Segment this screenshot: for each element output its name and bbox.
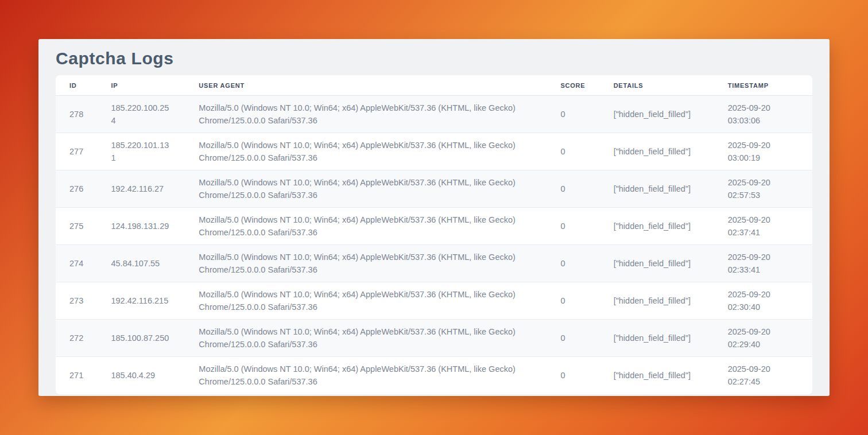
cell-ip: 185.40.4.29	[97, 357, 185, 394]
cell-user-agent: Mozilla/5.0 (Windows NT 10.0; Win64; x64…	[185, 245, 547, 282]
page-background: Captcha Logs ID IP USER AGENT SCORE DETA…	[0, 0, 868, 435]
cell-timestamp: 2025-09-20 02:57:53	[714, 170, 812, 208]
column-header-ip: IP	[97, 75, 185, 96]
cell-id: 277	[56, 133, 97, 170]
page-title: Captcha Logs	[56, 39, 812, 69]
cell-id: 272	[56, 320, 97, 357]
cell-timestamp: 2025-09-20 03:00:19	[714, 133, 812, 170]
cell-score: 0	[547, 133, 599, 170]
cell-user-agent: Mozilla/5.0 (Windows NT 10.0; Win64; x64…	[185, 170, 547, 208]
column-header-details: DETAILS	[600, 75, 714, 96]
captcha-logs-card: Captcha Logs ID IP USER AGENT SCORE DETA…	[38, 39, 830, 396]
table-row: 273 192.42.116.215 Mozilla/5.0 (Windows …	[56, 282, 812, 320]
table-body: 278 185.220.100.254 Mozilla/5.0 (Windows…	[56, 96, 812, 394]
column-header-timestamp: TIMESTAMP	[714, 75, 812, 96]
table-row: 276 192.42.116.27 Mozilla/5.0 (Windows N…	[56, 170, 812, 208]
table-header-row: ID IP USER AGENT SCORE DETAILS TIMESTAMP	[56, 75, 812, 96]
cell-ip: 45.84.107.55	[97, 245, 185, 282]
cell-score: 0	[547, 170, 599, 208]
cell-id: 273	[56, 282, 97, 320]
cell-details: ["hidden_field_filled"]	[600, 357, 714, 394]
cell-details: ["hidden_field_filled"]	[600, 133, 714, 170]
cell-details: ["hidden_field_filled"]	[600, 282, 714, 320]
cell-score: 0	[547, 245, 599, 282]
cell-id: 276	[56, 170, 97, 208]
cell-ip: 185.100.87.250	[97, 320, 185, 357]
cell-id: 271	[56, 357, 97, 394]
table-row: 278 185.220.100.254 Mozilla/5.0 (Windows…	[56, 96, 812, 133]
cell-ip: 192.42.116.215	[97, 282, 185, 320]
cell-score: 0	[547, 320, 599, 357]
cell-score: 0	[547, 96, 599, 133]
table-row: 271 185.40.4.29 Mozilla/5.0 (Windows NT …	[56, 357, 812, 394]
cell-ip: 192.42.116.27	[97, 170, 185, 208]
cell-details: ["hidden_field_filled"]	[600, 245, 714, 282]
cell-timestamp: 2025-09-20 03:03:06	[714, 96, 812, 133]
cell-id: 274	[56, 245, 97, 282]
cell-score: 0	[547, 208, 599, 245]
cell-user-agent: Mozilla/5.0 (Windows NT 10.0; Win64; x64…	[185, 320, 547, 357]
cell-timestamp: 2025-09-20 02:27:45	[714, 357, 812, 394]
cell-user-agent: Mozilla/5.0 (Windows NT 10.0; Win64; x64…	[185, 282, 547, 320]
table-row: 272 185.100.87.250 Mozilla/5.0 (Windows …	[56, 320, 812, 357]
cell-ip: 185.220.101.131	[97, 133, 185, 170]
column-header-score: SCORE	[547, 75, 599, 96]
cell-timestamp: 2025-09-20 02:29:40	[714, 320, 812, 357]
logs-table: ID IP USER AGENT SCORE DETAILS TIMESTAMP…	[56, 75, 812, 394]
cell-user-agent: Mozilla/5.0 (Windows NT 10.0; Win64; x64…	[185, 208, 547, 245]
cell-user-agent: Mozilla/5.0 (Windows NT 10.0; Win64; x64…	[185, 133, 547, 170]
cell-ip: 124.198.131.29	[97, 208, 185, 245]
cell-score: 0	[547, 282, 599, 320]
column-header-id: ID	[56, 75, 97, 96]
cell-score: 0	[547, 357, 599, 394]
table-row: 277 185.220.101.131 Mozilla/5.0 (Windows…	[56, 133, 812, 170]
cell-ip: 185.220.100.254	[97, 96, 185, 133]
cell-id: 278	[56, 96, 97, 133]
column-header-user-agent: USER AGENT	[185, 75, 547, 96]
captcha-logs-table: ID IP USER AGENT SCORE DETAILS TIMESTAMP…	[56, 75, 812, 394]
cell-details: ["hidden_field_filled"]	[600, 96, 714, 133]
cell-user-agent: Mozilla/5.0 (Windows NT 10.0; Win64; x64…	[185, 96, 547, 133]
cell-user-agent: Mozilla/5.0 (Windows NT 10.0; Win64; x64…	[185, 357, 547, 394]
table-row: 275 124.198.131.29 Mozilla/5.0 (Windows …	[56, 208, 812, 245]
table-row: 274 45.84.107.55 Mozilla/5.0 (Windows NT…	[56, 245, 812, 282]
cell-details: ["hidden_field_filled"]	[600, 170, 714, 208]
cell-id: 275	[56, 208, 97, 245]
cell-details: ["hidden_field_filled"]	[600, 320, 714, 357]
cell-timestamp: 2025-09-20 02:33:41	[714, 245, 812, 282]
cell-timestamp: 2025-09-20 02:37:41	[714, 208, 812, 245]
cell-details: ["hidden_field_filled"]	[600, 208, 714, 245]
cell-timestamp: 2025-09-20 02:30:40	[714, 282, 812, 320]
